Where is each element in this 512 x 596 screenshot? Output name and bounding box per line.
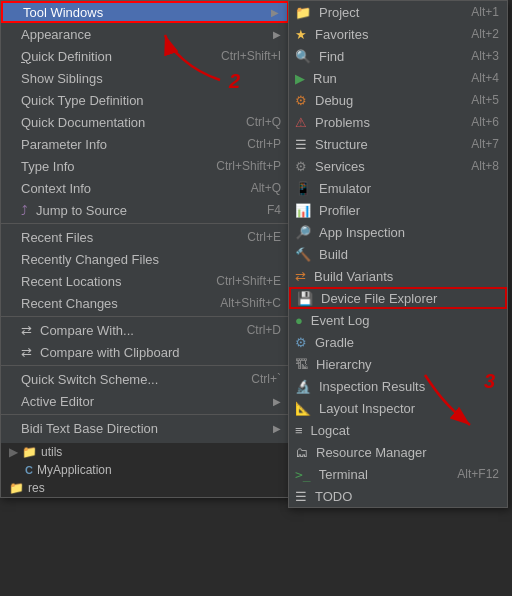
structure-icon: ☰ — [295, 137, 307, 152]
debug-shortcut: Alt+5 — [471, 93, 499, 107]
menu-item-event-log[interactable]: ● Event Log — [289, 309, 507, 331]
menu-item-active-editor[interactable]: Active Editor ▶ — [1, 390, 289, 412]
menu-item-recently-changed[interactable]: Recently Changed Files — [1, 248, 289, 270]
menu-item-quick-type-definition[interactable]: Quick Type Definition — [1, 89, 289, 111]
menu-item-profiler[interactable]: 📊 Profiler — [289, 199, 507, 221]
menu-item-compare-with[interactable]: ⇄ Compare With... Ctrl+D — [1, 319, 289, 341]
menu-item-bidi-text[interactable]: Bidi Text Base Direction ▶ — [1, 417, 289, 439]
menu-item-run[interactable]: ▶ Run Alt+4 — [289, 67, 507, 89]
recent-changes-label: Recent Changes — [21, 296, 118, 311]
favorites-label: Favorites — [315, 27, 368, 42]
type-info-label: Type Info — [21, 159, 74, 174]
menu-item-appearance[interactable]: Appearance ▶ — [1, 23, 289, 45]
menu-item-inspection-results[interactable]: 🔬 Inspection Results — [289, 375, 507, 397]
find-label: Find — [319, 49, 344, 64]
menu-item-hierarchy[interactable]: 🏗 Hierarchy — [289, 353, 507, 375]
compare-icon: ⇄ — [21, 323, 32, 338]
quick-documentation-label: Quick Documentation — [21, 115, 145, 130]
menu-item-layout-inspector[interactable]: 📐 Layout Inspector — [289, 397, 507, 419]
appearance-label: Appearance — [21, 27, 91, 42]
utils-label: utils — [41, 445, 62, 459]
menu-item-jump-to-source[interactable]: ⤴ Jump to Source F4 — [1, 199, 289, 221]
menu-item-show-siblings[interactable]: Show Siblings — [1, 67, 289, 89]
file-tree-item-utils[interactable]: ▶ 📁 utils — [1, 443, 289, 461]
menu-item-compare-clipboard[interactable]: ⇄ Compare with Clipboard — [1, 341, 289, 363]
run-shortcut: Alt+4 — [471, 71, 499, 85]
quick-switch-label: Quick Switch Scheme... — [21, 372, 158, 387]
menu-item-logcat[interactable]: ≡ Logcat — [289, 419, 507, 441]
debug-icon: ⚙ — [295, 93, 307, 108]
type-info-shortcut: Ctrl+Shift+P — [216, 159, 281, 173]
services-shortcut: Alt+8 — [471, 159, 499, 173]
recent-locations-label: Recent Locations — [21, 274, 121, 289]
menu-item-context-info[interactable]: Context Info Alt+Q — [1, 177, 289, 199]
myapplication-icon: C — [25, 464, 33, 476]
todo-icon: ☰ — [295, 489, 307, 504]
menu-item-recent-locations[interactable]: Recent Locations Ctrl+Shift+E — [1, 270, 289, 292]
left-menu: Tool Windows ▶ Appearance ▶ Quick Defini… — [0, 0, 290, 498]
menu-item-find[interactable]: 🔍 Find Alt+3 — [289, 45, 507, 67]
menu-item-emulator[interactable]: 📱 Emulator — [289, 177, 507, 199]
jump-to-source-label: Jump to Source — [36, 203, 127, 218]
project-label: Project — [319, 5, 359, 20]
menu-item-tool-windows[interactable]: Tool Windows ▶ — [1, 1, 289, 23]
menu-item-favorites[interactable]: ★ Favorites Alt+2 — [289, 23, 507, 45]
expand-arrow-utils: ▶ — [9, 445, 18, 459]
menu-item-app-inspection[interactable]: 🔎 App Inspection — [289, 221, 507, 243]
terminal-icon: >_ — [295, 467, 311, 482]
submenu-arrow-tool-windows: ▶ — [271, 7, 279, 18]
favorites-icon: ★ — [295, 27, 307, 42]
hierarchy-label: Hierarchy — [316, 357, 372, 372]
recent-files-shortcut: Ctrl+E — [247, 230, 281, 244]
terminal-label: Terminal — [319, 467, 368, 482]
menu-item-resource-manager[interactable]: 🗂 Resource Manager — [289, 441, 507, 463]
menu-item-terminal[interactable]: >_ Terminal Alt+F12 — [289, 463, 507, 485]
compare-clipboard-label: Compare with Clipboard — [40, 345, 179, 360]
menu-item-build[interactable]: 🔨 Build — [289, 243, 507, 265]
menu-item-todo[interactable]: ☰ TODO — [289, 485, 507, 507]
problems-icon: ⚠ — [295, 115, 307, 130]
recent-changes-shortcut: Alt+Shift+C — [220, 296, 281, 310]
services-icon: ⚙ — [295, 159, 307, 174]
menu-item-gradle[interactable]: ⚙ Gradle — [289, 331, 507, 353]
submenu-arrow-appearance: ▶ — [273, 29, 281, 40]
terminal-shortcut: Alt+F12 — [457, 467, 499, 481]
layout-inspector-icon: 📐 — [295, 401, 311, 416]
logcat-icon: ≡ — [295, 423, 303, 438]
parameter-info-shortcut: Ctrl+P — [247, 137, 281, 151]
app-inspection-label: App Inspection — [319, 225, 405, 240]
menu-item-problems[interactable]: ⚠ Problems Alt+6 — [289, 111, 507, 133]
menu-item-structure[interactable]: ☰ Structure Alt+7 — [289, 133, 507, 155]
file-tree-item-res[interactable]: 📁 res — [1, 479, 289, 497]
recent-locations-shortcut: Ctrl+Shift+E — [216, 274, 281, 288]
run-label: Run — [313, 71, 337, 86]
compare-with-shortcut: Ctrl+D — [247, 323, 281, 337]
find-shortcut: Alt+3 — [471, 49, 499, 63]
hierarchy-icon: 🏗 — [295, 357, 308, 372]
folder-icon-res: 📁 — [9, 481, 24, 495]
menu-item-recent-changes[interactable]: Recent Changes Alt+Shift+C — [1, 292, 289, 314]
menu-item-recent-files[interactable]: Recent Files Ctrl+E — [1, 226, 289, 248]
parameter-info-label: Parameter Info — [21, 137, 107, 152]
find-icon: 🔍 — [295, 49, 311, 64]
favorites-shortcut: Alt+2 — [471, 27, 499, 41]
menu-item-build-variants[interactable]: ⇄ Build Variants — [289, 265, 507, 287]
resource-manager-icon: 🗂 — [295, 445, 308, 460]
build-variants-label: Build Variants — [314, 269, 393, 284]
menu-item-quick-switch[interactable]: Quick Switch Scheme... Ctrl+` — [1, 368, 289, 390]
menu-item-services[interactable]: ⚙ Services Alt+8 — [289, 155, 507, 177]
menu-item-debug[interactable]: ⚙ Debug Alt+5 — [289, 89, 507, 111]
menu-item-quick-documentation[interactable]: Quick Documentation Ctrl+Q — [1, 111, 289, 133]
menu-item-project[interactable]: 📁 Project Alt+1 — [289, 1, 507, 23]
file-tree-area: ▶ 📁 utils C MyApplication 📁 res — [1, 443, 289, 497]
menu-item-type-info[interactable]: Type Info Ctrl+Shift+P — [1, 155, 289, 177]
app-inspection-icon: 🔎 — [295, 225, 311, 240]
gradle-label: Gradle — [315, 335, 354, 350]
bidi-text-label: Bidi Text Base Direction — [21, 421, 158, 436]
submenu-arrow-active-editor: ▶ — [273, 396, 281, 407]
file-tree-item-myapplication[interactable]: C MyApplication — [1, 461, 289, 479]
menu-item-parameter-info[interactable]: Parameter Info Ctrl+P — [1, 133, 289, 155]
menu-item-device-file-explorer[interactable]: 💾 Device File Explorer — [289, 287, 507, 309]
menu-item-quick-definition[interactable]: Quick Definition Ctrl+Shift+I — [1, 45, 289, 67]
res-label: res — [28, 481, 45, 495]
